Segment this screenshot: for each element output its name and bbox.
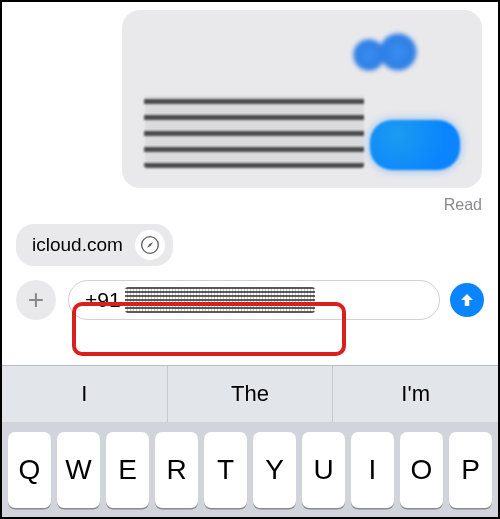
key-p[interactable]: P [449,432,492,508]
messages-area [2,2,498,188]
key-t[interactable]: T [204,432,247,508]
compose-row: + +91 [2,274,498,330]
input-prefix-text: +91 [85,288,121,312]
plus-icon: + [28,284,44,316]
redacted-number [125,287,315,313]
safari-compass-icon [135,230,165,260]
redacted-avatars [352,32,424,72]
message-bubble[interactable] [122,10,482,188]
message-input[interactable]: +91 [68,280,440,320]
key-q[interactable]: Q [8,432,51,508]
link-preview-pill[interactable]: icloud.com [16,224,173,266]
key-r[interactable]: R [155,432,198,508]
keyboard-row-1: Q W E R T Y U I O P [2,422,498,518]
key-e[interactable]: E [106,432,149,508]
key-i[interactable]: I [351,432,394,508]
keyboard: I The I'm Q W E R T Y U I O P [2,365,498,517]
prediction-2[interactable]: I'm [333,366,498,422]
prediction-bar: I The I'm [2,366,498,422]
send-button[interactable] [450,283,484,317]
link-preview-domain: icloud.com [32,234,123,256]
key-o[interactable]: O [400,432,443,508]
redacted-text [144,96,364,168]
redacted-button [370,120,460,170]
read-receipt: Read [2,188,498,224]
key-w[interactable]: W [57,432,100,508]
prediction-0[interactable]: I [2,366,168,422]
add-attachment-button[interactable]: + [16,280,56,320]
arrow-up-icon [458,291,476,309]
key-y[interactable]: Y [253,432,296,508]
key-u[interactable]: U [302,432,345,508]
prediction-1[interactable]: The [168,366,334,422]
